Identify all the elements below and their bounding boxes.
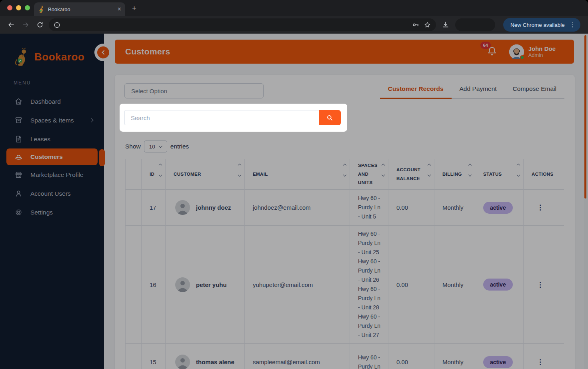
chrome-update-button[interactable]: New Chrome available ⋮	[503, 18, 580, 32]
address-bar[interactable]	[49, 18, 436, 31]
browser-window: Bookaroo × +	[0, 0, 588, 369]
download-icon[interactable]	[442, 21, 450, 29]
reload-icon[interactable]	[34, 19, 46, 30]
window-minimize-button[interactable]	[16, 5, 21, 10]
password-key-icon[interactable]	[412, 21, 420, 29]
search-input[interactable]	[124, 110, 319, 125]
search-spotlight	[120, 104, 347, 132]
kangaroo-favicon-icon	[38, 6, 44, 13]
tour-dim-overlay	[0, 34, 588, 369]
new-tab-button[interactable]: +	[132, 4, 136, 13]
chrome-update-label: New Chrome available	[510, 22, 565, 28]
tab-title: Bookaroo	[48, 6, 114, 12]
window-controls	[7, 5, 30, 10]
window-close-button[interactable]	[7, 5, 12, 10]
browser-tab[interactable]: Bookaroo ×	[34, 2, 125, 16]
app-viewport: Bookaroo MENU Dashboard Space	[0, 34, 588, 369]
tab-close-icon[interactable]: ×	[118, 6, 121, 13]
browser-toolbar: New Chrome available ⋮	[0, 16, 588, 34]
forward-icon[interactable]	[20, 19, 31, 30]
browser-tabstrip: Bookaroo × +	[0, 0, 588, 16]
search-button[interactable]	[319, 110, 341, 125]
extensions-area[interactable]	[455, 18, 495, 31]
site-info-icon[interactable]	[54, 22, 60, 28]
browser-menu-icon[interactable]: ⋮	[570, 21, 576, 28]
search-icon	[326, 114, 334, 122]
bookmark-star-icon[interactable]	[424, 21, 431, 29]
window-maximize-button[interactable]	[25, 5, 30, 10]
back-icon[interactable]	[6, 19, 17, 30]
